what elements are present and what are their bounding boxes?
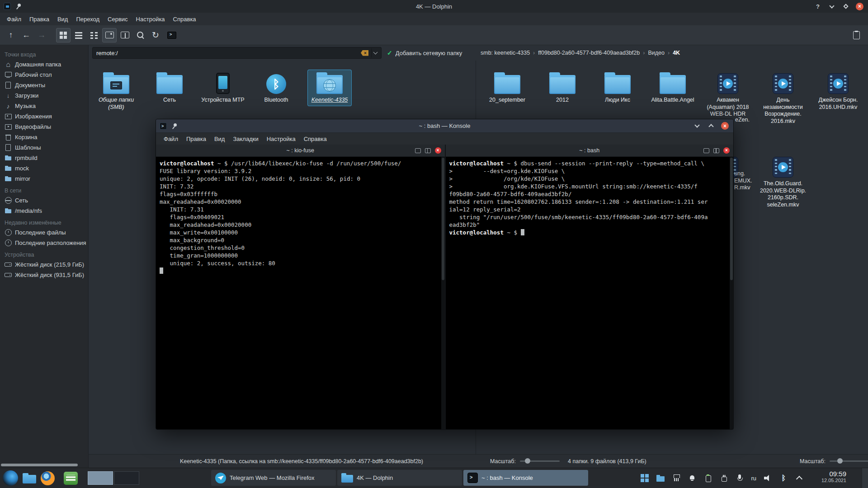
task-button-telegram[interactable]: Telegram Web — Mozilla Firefox — [211, 470, 336, 486]
file-item[interactable]: Bluetooth — [250, 70, 303, 113]
file-item[interactable]: Джейсон Борн. 2016.UHD.mkv — [811, 70, 866, 127]
pane-close-button[interactable] — [435, 147, 441, 154]
help-button[interactable] — [814, 2, 822, 10]
menu-item[interactable]: Настройка — [132, 16, 169, 23]
location-dropdown-icon[interactable] — [371, 48, 379, 57]
menu-item[interactable]: Справка — [169, 16, 200, 23]
tray-folder-icon[interactable] — [656, 474, 665, 483]
breadcrumb-segment-current[interactable]: 4K — [673, 50, 680, 56]
back-button[interactable] — [19, 28, 33, 42]
firefox-launcher-icon[interactable] — [41, 471, 55, 485]
breadcrumb-segment[interactable]: smb: keenetic-4335 — [481, 50, 530, 56]
menu-item[interactable]: Настройка — [263, 136, 300, 142]
places-item[interactable]: mirror — [0, 174, 88, 184]
menu-item[interactable]: Правка — [25, 16, 53, 23]
open-terminal-button[interactable] — [165, 28, 179, 42]
file-item[interactable]: Люди Икс — [590, 70, 645, 127]
tray-shredder-icon[interactable] — [672, 474, 681, 483]
close-button[interactable] — [856, 3, 863, 10]
places-item[interactable]: Жёсткий диск (215,9 ГиБ) — [0, 259, 88, 270]
places-item[interactable]: Видеофайлы — [0, 122, 88, 132]
forward-button[interactable] — [34, 28, 49, 42]
places-item[interactable]: Рабочий стол — [0, 70, 88, 80]
clipboard-icon[interactable] — [849, 28, 863, 42]
places-item[interactable]: rpmbuild — [0, 153, 88, 163]
places-item[interactable]: Домашняя папка — [0, 59, 88, 70]
app-launcher-icon[interactable] — [3, 470, 18, 486]
places-item[interactable]: Сеть — [0, 195, 88, 206]
location-bar[interactable]: remote:/ — [92, 47, 382, 59]
tray-notifications-icon[interactable] — [688, 474, 697, 483]
tray-grid-icon[interactable] — [640, 474, 649, 483]
preview-toggle-button[interactable] — [102, 28, 117, 42]
task-button-dolphin[interactable]: 4K — Dolphin — [337, 470, 462, 486]
tray-bluetooth-icon[interactable] — [779, 474, 788, 483]
pane-split-icon[interactable] — [713, 148, 719, 153]
menu-item[interactable]: Справка — [300, 136, 331, 142]
file-item[interactable]: День независимости Возрождение. 2016.mkv — [755, 70, 811, 127]
pane-header[interactable]: ~ : kio-fuse — [156, 145, 445, 157]
menu-item[interactable]: Вид — [210, 136, 229, 142]
panel-edge-widget[interactable] — [862, 468, 868, 488]
details-view-button[interactable] — [71, 28, 86, 42]
pin-icon[interactable] — [171, 123, 178, 129]
pane-split-icon[interactable] — [425, 148, 431, 153]
zoom-slider[interactable] — [830, 460, 868, 462]
desktop-2-cell[interactable] — [114, 471, 139, 485]
tray-expand-icon[interactable] — [795, 474, 804, 483]
file-item[interactable]: Сеть — [143, 70, 196, 113]
pane-header[interactable]: ~ : bash — [446, 145, 734, 157]
menu-item[interactable]: Файл — [160, 136, 182, 142]
pin-icon[interactable] — [15, 3, 22, 9]
places-item[interactable]: Загрузки — [0, 90, 88, 101]
icons-view-button[interactable] — [56, 28, 71, 42]
keyboard-layout-indicator[interactable]: ru — [751, 474, 756, 483]
compact-view-button[interactable] — [87, 28, 101, 42]
zoom-slider[interactable] — [520, 460, 560, 462]
minimize-button[interactable] — [828, 2, 836, 10]
places-scrollbar[interactable] — [1, 464, 78, 466]
split-view-button[interactable] — [118, 28, 132, 42]
pane-expand-icon[interactable] — [415, 148, 421, 153]
file-item[interactable]: Общие папки (SMB) — [90, 70, 143, 113]
menu-item[interactable]: Файл — [3, 16, 25, 23]
file-item[interactable]: 20_september — [480, 70, 535, 127]
file-item[interactable]: Аквамен (Aquaman) 2018 WEB-DL HDR eZen. — [700, 70, 755, 127]
search-button[interactable] — [133, 28, 147, 42]
maximize-button[interactable] — [707, 122, 715, 130]
task-button-konsole[interactable]: ~ : bash — Konsole — [463, 470, 588, 486]
menu-item[interactable]: Вид — [53, 16, 72, 23]
scrollbar[interactable] — [730, 157, 733, 429]
terminal-right[interactable]: victor@localhost ~ $ dbus-send --session… — [446, 157, 734, 429]
clear-location-icon[interactable] — [361, 50, 368, 56]
restore-button[interactable] — [842, 2, 850, 10]
scrollbar[interactable] — [441, 157, 445, 429]
pane-close-button[interactable] — [723, 147, 730, 154]
file-item[interactable]: The.Old.Guard. 2020.WEB-DLRip. 2160p.SDR… — [755, 155, 811, 208]
tray-microphone-icon[interactable] — [735, 474, 744, 483]
breadcrumb-segment[interactable]: Видео — [648, 50, 665, 56]
tray-volume-icon[interactable] — [763, 474, 772, 483]
tray-power-icon[interactable] — [719, 474, 728, 483]
places-item[interactable]: Шаблоны — [0, 142, 88, 153]
konsole-titlebar[interactable]: ~ : bash — Konsole — [156, 119, 733, 133]
file-item[interactable]: Keenetic-4335 — [303, 70, 356, 113]
places-item[interactable]: /media/nfs — [0, 206, 88, 216]
terminal-left[interactable]: victor@localhost ~ $ /usr/lib64/libexec/… — [156, 157, 445, 429]
places-item[interactable]: mock — [0, 163, 88, 174]
places-item[interactable]: Музыка — [0, 101, 88, 111]
dolphin-titlebar[interactable]: 4K — Dolphin — [0, 0, 868, 13]
places-item[interactable]: Последние файлы — [0, 227, 88, 238]
places-item[interactable]: Корзина — [0, 132, 88, 142]
places-item[interactable]: Жёсткий диск (931,5 ГиБ) — [0, 270, 88, 280]
file-manager-launcher-icon[interactable] — [23, 473, 36, 483]
menu-item[interactable]: Закладки — [229, 136, 262, 142]
minimize-button[interactable] — [693, 122, 701, 130]
places-item[interactable]: Последние расположения — [0, 238, 88, 248]
pane-expand-icon[interactable] — [703, 148, 709, 153]
menu-item[interactable]: Сервис — [104, 16, 132, 23]
keyboard-launcher-icon[interactable] — [64, 472, 78, 485]
file-item[interactable]: 2012 — [535, 70, 590, 127]
menu-item[interactable]: Правка — [182, 136, 210, 142]
digital-clock[interactable]: 09:59 12.05.2021 — [821, 470, 846, 483]
